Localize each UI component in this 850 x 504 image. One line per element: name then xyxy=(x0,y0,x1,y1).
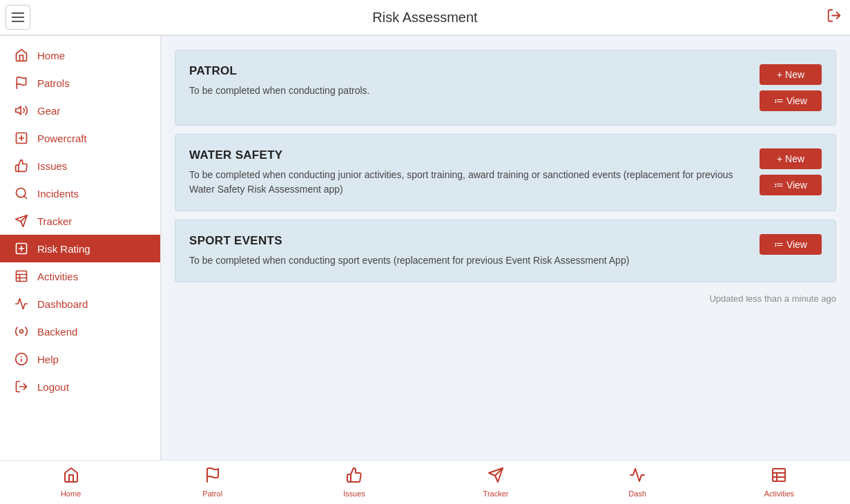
bottom-nav-item-activities[interactable]: Activities xyxy=(751,464,806,501)
new-button-water-safety[interactable]: + New xyxy=(760,148,822,169)
card-body-sport-events: SPORT EVENTS To be completed when conduc… xyxy=(189,234,748,268)
gear-icon xyxy=(14,104,29,117)
powercraft-icon xyxy=(14,131,29,145)
header-logout-button[interactable] xyxy=(827,8,842,27)
sidebar-item-label: Gear xyxy=(37,105,60,117)
bottom-tracker-icon xyxy=(487,467,504,487)
view-button-sport-events[interactable]: ≔ View xyxy=(760,234,822,255)
tracker-icon xyxy=(14,214,29,228)
logout-icon xyxy=(827,8,842,23)
sidebar-item-powercraft[interactable]: Powercraft xyxy=(0,124,160,152)
card-water-safety: WATER SAFETY To be completed when conduc… xyxy=(175,134,836,211)
sidebar-item-risk-rating[interactable]: Risk Rating xyxy=(0,235,160,262)
sidebar-item-gear[interactable]: Gear xyxy=(0,97,160,124)
header: Risk Assessment xyxy=(0,0,850,36)
sidebar-item-label: Powercraft xyxy=(37,133,87,144)
bottom-home-icon xyxy=(63,467,79,487)
content-area: PATROL To be completed when conducting p… xyxy=(161,36,850,460)
card-desc-water-safety: To be completed when conducting junior a… xyxy=(189,168,748,197)
updated-text: Updated less than a minute ago xyxy=(175,293,836,304)
svg-point-17 xyxy=(20,330,23,333)
bottom-patrol-icon xyxy=(204,467,221,487)
sidebar-item-tracker[interactable]: Tracker xyxy=(0,207,160,235)
sidebar-item-incidents[interactable]: Incidents xyxy=(0,180,160,207)
main-layout: Home Patrols Gear Powercraft Issues Inci… xyxy=(0,36,850,460)
svg-marker-2 xyxy=(16,106,21,115)
backend-icon xyxy=(14,324,29,338)
sidebar-item-label: Issues xyxy=(37,160,67,172)
bottom-nav-item-dash[interactable]: Dash xyxy=(610,464,665,501)
view-button-patrol[interactable]: ≔ View xyxy=(760,90,822,111)
sidebar-item-help[interactable]: Help xyxy=(0,345,160,373)
svg-rect-25 xyxy=(773,469,785,481)
sidebar-item-label: Logout xyxy=(37,381,69,393)
sidebar-item-logout[interactable]: Logout xyxy=(0,373,160,400)
menu-button[interactable] xyxy=(6,5,30,30)
sidebar-item-label: Incidents xyxy=(37,188,79,200)
incidents-icon xyxy=(14,186,29,200)
sidebar-item-label: Risk Rating xyxy=(37,243,90,255)
page-title: Risk Assessment xyxy=(372,10,477,26)
sidebar-item-patrols[interactable]: Patrols xyxy=(0,69,160,97)
bottom-nav-item-home[interactable]: Home xyxy=(44,464,99,501)
sidebar-item-home[interactable]: Home xyxy=(0,41,160,69)
sidebar-item-label: Dashboard xyxy=(37,298,88,310)
sidebar-item-activities[interactable]: Activities xyxy=(0,262,160,290)
issues-icon xyxy=(14,159,29,173)
new-button-patrol[interactable]: + New xyxy=(760,64,822,85)
card-actions-water-safety: + New≔ View xyxy=(760,148,822,195)
bottom-nav-label: Activities xyxy=(764,490,794,498)
home-icon xyxy=(14,48,29,62)
bottom-nav-label: Tracker xyxy=(483,490,509,498)
bottom-nav-label: Issues xyxy=(343,490,365,498)
card-desc-sport-events: To be completed when conducting sport ev… xyxy=(189,253,748,268)
sidebar-item-backend[interactable]: Backend xyxy=(0,318,160,345)
card-body-water-safety: WATER SAFETY To be completed when conduc… xyxy=(189,148,748,197)
svg-line-7 xyxy=(24,196,27,199)
sidebar: Home Patrols Gear Powercraft Issues Inci… xyxy=(0,36,161,460)
activities-icon xyxy=(14,269,29,283)
bottom-nav-label: Dash xyxy=(628,490,646,498)
card-title-patrol: PATROL xyxy=(189,64,748,78)
bottom-dash-icon xyxy=(629,467,646,487)
bottom-activities-icon xyxy=(771,467,787,487)
risk-rating-icon xyxy=(14,242,29,255)
bottom-nav-item-issues[interactable]: Issues xyxy=(327,464,382,501)
card-desc-patrol: To be completed when conducting patrols. xyxy=(189,84,748,98)
sidebar-item-label: Home xyxy=(37,50,65,61)
card-sport-events: SPORT EVENTS To be completed when conduc… xyxy=(175,220,836,282)
help-icon xyxy=(14,352,29,366)
card-actions-sport-events: ≔ View xyxy=(760,234,822,255)
bottom-nav-label: Patrol xyxy=(202,490,222,498)
view-button-water-safety[interactable]: ≔ View xyxy=(760,175,822,195)
patrols-icon xyxy=(14,76,29,90)
card-actions-patrol: + New≔ View xyxy=(760,64,822,111)
card-title-water-safety: WATER SAFETY xyxy=(189,148,748,162)
sidebar-item-label: Activities xyxy=(37,271,78,282)
sidebar-item-dashboard[interactable]: Dashboard xyxy=(0,290,160,318)
logout-icon xyxy=(14,380,29,394)
card-title-sport-events: SPORT EVENTS xyxy=(189,234,748,248)
svg-rect-13 xyxy=(17,271,27,282)
bottom-nav-item-tracker[interactable]: Tracker xyxy=(468,464,523,501)
card-body-patrol: PATROL To be completed when conducting p… xyxy=(189,64,748,98)
sidebar-item-label: Tracker xyxy=(37,215,72,227)
sidebar-item-label: Help xyxy=(37,353,59,365)
bottom-nav-label: Home xyxy=(61,490,81,498)
bottom-nav: Home Patrol Issues Tracker Dash Activiti… xyxy=(0,460,850,504)
bottom-issues-icon xyxy=(346,467,363,487)
sidebar-item-label: Backend xyxy=(37,326,77,338)
hamburger-icon xyxy=(12,12,24,22)
sidebar-item-label: Patrols xyxy=(37,77,70,89)
bottom-nav-item-patrol[interactable]: Patrol xyxy=(185,464,240,501)
sidebar-item-issues[interactable]: Issues xyxy=(0,152,160,180)
card-patrol: PATROL To be completed when conducting p… xyxy=(175,50,836,126)
dashboard-icon xyxy=(14,297,29,311)
